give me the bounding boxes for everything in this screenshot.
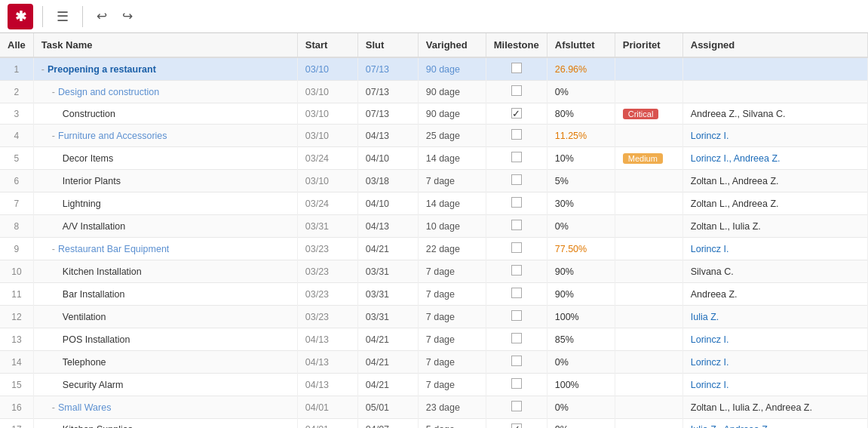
checkbox-unchecked (511, 310, 522, 321)
task-assigned: Lorincz I. (682, 374, 867, 396)
checkbox-unchecked (511, 265, 522, 276)
task-varighed: 25 dage (418, 125, 486, 147)
task-start: 03/23 (297, 283, 357, 306)
task-slut: 05/01 (357, 396, 418, 419)
row-number: 2 (0, 81, 33, 103)
row-number: 11 (0, 283, 33, 306)
table-row[interactable]: 10Kitchen Installation03/2303/317 dage90… (0, 260, 868, 283)
task-prioritet (615, 170, 682, 192)
task-assigned: Andreea Z., Silvana C. (682, 103, 867, 125)
undo-button[interactable]: ↩ (92, 5, 112, 27)
prefix: - (52, 131, 55, 141)
table-row[interactable]: 16-Small Wares04/0105/0123 dage0%Zoltan … (0, 396, 868, 419)
task-varighed: 7 dage (418, 306, 486, 328)
checkbox-unchecked (511, 174, 522, 185)
task-name: Restaurant Bar Equipment (58, 244, 169, 254)
task-name-cell: Kitchen Supplies (33, 419, 297, 429)
table-row[interactable]: 1-Preopening a restaurant03/1007/1390 da… (0, 57, 868, 81)
task-name-cell: A/V Installation (33, 215, 297, 238)
task-name: Bar Installation (63, 289, 125, 300)
task-afsluttet: 77.50% (547, 238, 615, 260)
task-name-cell: Kitchen Installation (33, 260, 297, 283)
task-assigned (682, 57, 867, 81)
task-varighed: 7 dage (418, 283, 486, 306)
task-prioritet (615, 351, 682, 374)
table-row[interactable]: 15Security Alarm04/1304/217 dage100%Lori… (0, 374, 868, 396)
task-varighed: 14 dage (418, 147, 486, 170)
task-start: 03/10 (297, 170, 357, 192)
task-start: 03/23 (297, 260, 357, 283)
task-milestone (486, 351, 547, 374)
task-name: Preopening a restaurant (48, 64, 156, 75)
checkbox-checked: ✓ (511, 108, 522, 119)
task-name-cell: -Preopening a restaurant (33, 57, 297, 81)
table-row[interactable]: 7Lightning03/2404/1014 dage30%Zoltan L.,… (0, 192, 868, 215)
row-number: 4 (0, 125, 33, 147)
table-row[interactable]: 2-Design and construction03/1007/1390 da… (0, 81, 868, 103)
row-number: 15 (0, 374, 33, 396)
col-slut: Slut (357, 33, 418, 57)
task-prioritet (615, 283, 682, 306)
task-milestone (486, 170, 547, 192)
task-varighed: 90 dage (418, 57, 486, 81)
task-name: Design and construction (58, 87, 159, 97)
task-start: 04/13 (297, 328, 357, 351)
task-assigned: Silvana C. (682, 260, 867, 283)
task-start: 03/23 (297, 306, 357, 328)
task-milestone (486, 81, 547, 103)
col-start: Start (297, 33, 357, 57)
task-start: 04/01 (297, 419, 357, 429)
task-slut: 07/13 (357, 81, 418, 103)
task-varighed: 14 dage (418, 192, 486, 215)
row-number: 14 (0, 351, 33, 374)
table-row[interactable]: 9-Restaurant Bar Equipment03/2304/2122 d… (0, 238, 868, 260)
table-row[interactable]: 14Telephone04/1304/217 dage0%Lorincz I. (0, 351, 868, 374)
task-varighed: 22 dage (418, 238, 486, 260)
table-row[interactable]: 6Interior Plants03/1003/187 dage5%Zoltan… (0, 170, 868, 192)
checkbox-checked: ✓ (511, 423, 522, 428)
task-varighed: 23 dage (418, 396, 486, 419)
task-afsluttet: 5% (547, 170, 615, 192)
checkbox-unchecked (511, 242, 522, 253)
task-assigned: Lorincz I. (682, 238, 867, 260)
menu-button[interactable]: ☰ (52, 5, 73, 28)
task-prioritet (615, 125, 682, 147)
task-assigned: Andreea Z. (682, 283, 867, 306)
task-slut: 03/31 (357, 306, 418, 328)
task-name-cell: Lightning (33, 192, 297, 215)
table-row[interactable]: 8A/V Installation03/3104/1310 dage0%Zolt… (0, 215, 868, 238)
checkbox-unchecked (511, 220, 522, 230)
task-milestone (486, 306, 547, 328)
task-afsluttet: 0% (547, 351, 615, 374)
table-row[interactable]: 17Kitchen Supplies04/0104/075 dage✓0%Iul… (0, 419, 868, 429)
table-row[interactable]: 11Bar Installation03/2303/317 dage90%And… (0, 283, 868, 306)
task-name-cell: Decor Items (33, 147, 297, 170)
task-slut: 04/21 (357, 238, 418, 260)
task-slut: 03/31 (357, 283, 418, 306)
table-row[interactable]: 5Decor Items03/2404/1014 dage10%MediumLo… (0, 147, 868, 170)
table-row[interactable]: 4-Furniture and Accessories03/1004/1325 … (0, 125, 868, 147)
task-start: 03/31 (297, 215, 357, 238)
table-row[interactable]: 12Ventilation03/2303/317 dage100%Iulia Z… (0, 306, 868, 328)
task-name-cell: Construction (33, 103, 297, 125)
task-milestone (486, 260, 547, 283)
table-row[interactable]: 13POS Installation04/1304/217 dage85%Lor… (0, 328, 868, 351)
task-name: Small Wares (58, 402, 111, 413)
table-header-row: Alle Task Name Start Slut Varighed Miles… (0, 33, 868, 57)
task-varighed: 7 dage (418, 260, 486, 283)
redo-button[interactable]: ↪ (118, 5, 137, 27)
table-row[interactable]: 3Construction03/1007/1390 dage✓80%Critic… (0, 103, 868, 125)
task-name: Lightning (63, 199, 101, 209)
task-start: 03/10 (297, 81, 357, 103)
checkbox-unchecked (511, 152, 522, 162)
task-assigned: Zoltan L., Iulia Z., Andreea Z. (682, 396, 867, 419)
task-milestone (486, 238, 547, 260)
task-milestone (486, 215, 547, 238)
toolbar: ✱ ☰ ↩ ↪ (0, 0, 868, 33)
row-number: 7 (0, 192, 33, 215)
task-name-cell: POS Installation (33, 328, 297, 351)
task-afsluttet: 85% (547, 328, 615, 351)
prefix: - (41, 64, 44, 75)
task-assigned: Lorincz I. (682, 125, 867, 147)
task-afsluttet: 0% (547, 81, 615, 103)
